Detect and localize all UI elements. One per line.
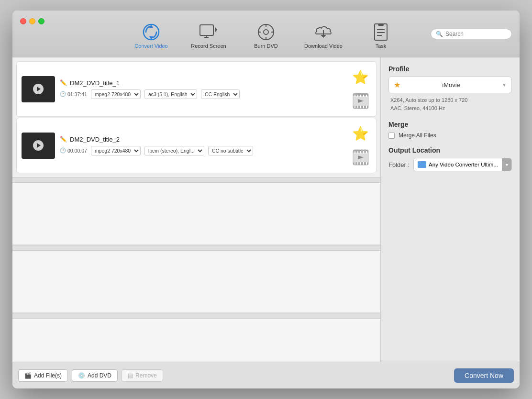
merge-row: Merge All Files bbox=[388, 132, 512, 139]
folder-icon bbox=[418, 161, 426, 168]
play-button-1[interactable] bbox=[33, 84, 44, 94]
search-input[interactable] bbox=[445, 31, 507, 37]
download-video-label: Download Video bbox=[304, 43, 343, 49]
empty-section-1 bbox=[12, 183, 380, 245]
task-label: Task bbox=[376, 43, 387, 49]
merge-checkbox[interactable] bbox=[388, 133, 395, 139]
subtitle-select-1[interactable]: CC English bbox=[201, 89, 240, 99]
minimize-button[interactable] bbox=[29, 18, 35, 24]
convert-now-button[interactable]: Convert Now bbox=[454, 368, 514, 383]
record-screen-label: Record Screen bbox=[191, 43, 226, 49]
toolbar-download-video[interactable]: Download Video bbox=[304, 23, 343, 49]
file-name-1: DM2_DVD_title_1 bbox=[70, 79, 120, 87]
subtitle-select-2[interactable]: CC no subtitle bbox=[208, 146, 253, 155]
convert-video-label: Convert Video bbox=[134, 43, 168, 49]
clip-icon-1[interactable] bbox=[350, 90, 371, 111]
edit-icon-2[interactable]: ✏️ bbox=[60, 136, 67, 143]
remove-icon: ▤ bbox=[128, 372, 133, 379]
close-button[interactable] bbox=[20, 18, 26, 24]
burn-dvd-icon bbox=[257, 23, 275, 41]
remove-button[interactable]: ▤ Remove bbox=[122, 369, 163, 382]
divider-2 bbox=[12, 245, 380, 251]
merge-label: Merge All Files bbox=[399, 132, 436, 139]
merge-title: Merge bbox=[388, 121, 512, 128]
output-row: Folder : Any Video Converter Ultim... ▾ bbox=[388, 158, 512, 171]
clip-icon-2[interactable] bbox=[350, 146, 371, 168]
search-icon: 🔍 bbox=[436, 31, 443, 37]
add-files-button[interactable]: 🎬 Add File(s) bbox=[18, 369, 68, 382]
titlebar: Convert Video Record Screen bbox=[12, 11, 520, 57]
file-name-row-2: ✏️ DM2_DVD_title_2 bbox=[60, 136, 345, 143]
merge-section: Merge Merge All Files bbox=[388, 121, 512, 139]
file-list: ✏️ DM2_DVD_title_1 🕐 01:37:41 mpeg2 720x… bbox=[12, 57, 380, 177]
toolbar-convert-video[interactable]: Convert Video bbox=[132, 23, 170, 49]
file-name-2: DM2_DVD_title_2 bbox=[70, 136, 120, 143]
profile-chevron-icon: ▼ bbox=[502, 82, 507, 88]
add-files-label: Add File(s) bbox=[34, 372, 62, 379]
right-panel: Profile ★ iMovie ▼ X264, Auto size up to… bbox=[381, 57, 520, 362]
edit-icon-1[interactable]: ✏️ bbox=[60, 79, 67, 86]
thumbnail-2[interactable] bbox=[22, 133, 55, 159]
search-box[interactable]: 🔍 bbox=[431, 29, 512, 39]
duration-1: 🕐 01:37:41 bbox=[60, 91, 87, 97]
bottom-toolbar: 🎬 Add File(s) 💿 Add DVD ▤ Remove Convert… bbox=[12, 362, 520, 388]
left-panel: ✏️ DM2_DVD_title_1 🕐 01:37:41 mpeg2 720x… bbox=[12, 57, 381, 362]
profile-select-button[interactable]: ★ iMovie ▼ bbox=[388, 77, 512, 93]
profile-section: Profile ★ iMovie ▼ X264, Auto size up to… bbox=[388, 65, 512, 113]
file-actions-2: ⭐ bbox=[350, 123, 371, 168]
profile-title: Profile bbox=[388, 65, 512, 73]
add-dvd-icon: 💿 bbox=[78, 372, 85, 379]
burn-dvd-label: Burn DVD bbox=[254, 43, 278, 49]
file-info-1: ✏️ DM2_DVD_title_1 🕐 01:37:41 mpeg2 720x… bbox=[60, 79, 345, 99]
toolbar-record-screen[interactable]: Record Screen bbox=[189, 23, 228, 49]
video-codec-select-1[interactable]: mpeg2 720x480 bbox=[91, 89, 141, 99]
task-icon bbox=[372, 23, 390, 41]
svg-rect-3 bbox=[200, 25, 213, 35]
fullscreen-button[interactable] bbox=[38, 18, 44, 24]
clock-icon-1: 🕐 bbox=[60, 91, 66, 97]
file-actions-1: ⭐ bbox=[350, 66, 371, 111]
duration-2: 🕐 00:00:07 bbox=[60, 147, 87, 154]
audio-codec-select-2[interactable]: lpcm (stereo), Engl... bbox=[144, 146, 204, 155]
add-files-icon: 🎬 bbox=[24, 372, 32, 379]
folder-dropdown-arrow[interactable]: ▾ bbox=[502, 158, 511, 171]
favorite-star-1[interactable]: ⭐ bbox=[350, 66, 371, 88]
traffic-lights bbox=[20, 18, 44, 24]
output-title: Output Location bbox=[388, 146, 512, 154]
play-triangle-1 bbox=[37, 87, 41, 91]
file-item-2: ✏️ DM2_DVD_title_2 🕐 00:00:07 mpeg2 720x… bbox=[16, 118, 377, 173]
file-item-1: ✏️ DM2_DVD_title_1 🕐 01:37:41 mpeg2 720x… bbox=[16, 61, 377, 117]
svg-point-8 bbox=[264, 30, 268, 34]
add-dvd-label: Add DVD bbox=[88, 372, 111, 379]
remove-label: Remove bbox=[135, 372, 157, 379]
play-button-2[interactable] bbox=[33, 140, 44, 151]
play-triangle-2 bbox=[37, 143, 41, 148]
file-meta-2: 🕐 00:00:07 mpeg2 720x480 lpcm (stereo), … bbox=[60, 146, 345, 155]
convert-video-icon bbox=[142, 23, 160, 41]
folder-name: Any Video Converter Ultim... bbox=[429, 162, 498, 167]
toolbar-burn-dvd[interactable]: Burn DVD bbox=[247, 23, 285, 49]
folder-label: Folder : bbox=[388, 161, 410, 168]
svg-rect-15 bbox=[375, 24, 387, 40]
record-screen-icon bbox=[200, 23, 218, 41]
svg-marker-14 bbox=[321, 35, 326, 38]
divider-1 bbox=[12, 177, 380, 183]
thumbnail-1[interactable] bbox=[22, 76, 55, 102]
empty-section-3 bbox=[12, 319, 380, 362]
convert-label: Convert Now bbox=[465, 372, 503, 379]
add-dvd-button[interactable]: 💿 Add DVD bbox=[72, 369, 118, 382]
video-codec-select-2[interactable]: mpeg2 720x480 bbox=[91, 146, 141, 155]
clock-icon-2: 🕐 bbox=[60, 147, 66, 154]
favorite-star-2[interactable]: ⭐ bbox=[350, 123, 371, 144]
profile-star-icon: ★ bbox=[394, 80, 400, 89]
svg-marker-4 bbox=[215, 27, 217, 33]
profile-description: X264, Auto size up to 1280 x 720 AAC, St… bbox=[388, 93, 512, 113]
folder-path-button[interactable]: Any Video Converter Ultim... bbox=[414, 159, 502, 170]
audio-codec-select-1[interactable]: ac3 (5.1), English bbox=[144, 89, 197, 99]
download-video-icon bbox=[314, 23, 332, 41]
toolbar-task[interactable]: Task bbox=[362, 23, 400, 49]
main-content: ✏️ DM2_DVD_title_1 🕐 01:37:41 mpeg2 720x… bbox=[12, 57, 520, 362]
svg-rect-16 bbox=[378, 23, 384, 26]
divider-3 bbox=[12, 313, 380, 319]
file-meta-1: 🕐 01:37:41 mpeg2 720x480 ac3 (5.1), Engl… bbox=[60, 89, 345, 99]
